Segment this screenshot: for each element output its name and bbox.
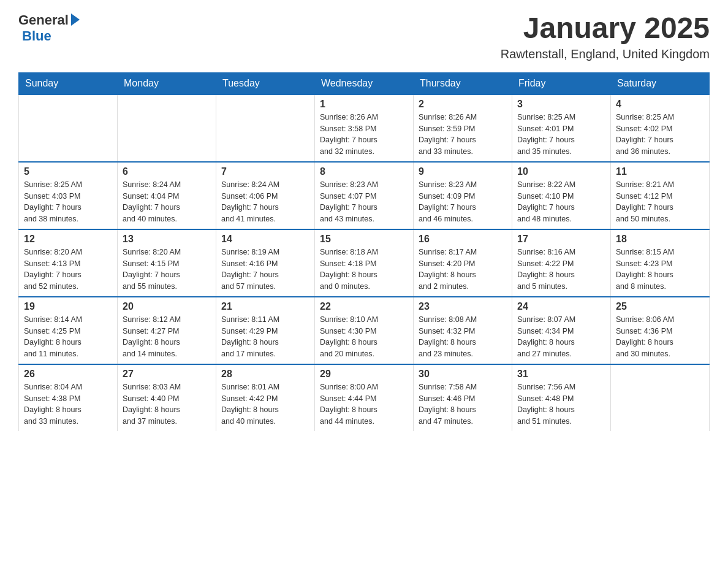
calendar-cell: 26Sunrise: 8:04 AMSunset: 4:38 PMDayligh… [19, 364, 118, 431]
day-number: 30 [419, 369, 507, 380]
calendar-week-3: 12Sunrise: 8:20 AMSunset: 4:13 PMDayligh… [19, 229, 710, 297]
day-info: Sunrise: 8:17 AMSunset: 4:20 PMDaylight:… [419, 247, 507, 293]
day-number: 24 [517, 301, 605, 312]
day-number: 4 [616, 99, 704, 110]
logo-blue-text: Blue [22, 28, 51, 44]
day-info: Sunrise: 8:06 AMSunset: 4:36 PMDaylight:… [616, 314, 704, 360]
calendar-cell: 13Sunrise: 8:20 AMSunset: 4:15 PMDayligh… [118, 229, 216, 297]
day-number: 21 [221, 301, 309, 312]
calendar-week-5: 26Sunrise: 8:04 AMSunset: 4:38 PMDayligh… [19, 364, 710, 431]
calendar-cell: 29Sunrise: 8:00 AMSunset: 4:44 PMDayligh… [315, 364, 414, 431]
calendar-cell [19, 94, 118, 162]
day-number: 27 [123, 369, 211, 380]
calendar-cell: 18Sunrise: 8:15 AMSunset: 4:23 PMDayligh… [611, 229, 710, 297]
day-info: Sunrise: 8:25 AMSunset: 4:03 PMDaylight:… [24, 179, 112, 225]
day-number: 23 [419, 301, 507, 312]
calendar-cell [216, 94, 315, 162]
calendar-cell: 16Sunrise: 8:17 AMSunset: 4:20 PMDayligh… [414, 229, 512, 297]
day-info: Sunrise: 8:24 AMSunset: 4:06 PMDaylight:… [221, 179, 309, 225]
calendar-cell [611, 364, 710, 431]
calendar-cell: 15Sunrise: 8:18 AMSunset: 4:18 PMDayligh… [315, 229, 414, 297]
calendar-header-sunday: Sunday [19, 72, 118, 94]
day-number: 9 [419, 166, 507, 177]
day-number: 28 [221, 369, 309, 380]
day-number: 7 [221, 166, 309, 177]
day-info: Sunrise: 8:15 AMSunset: 4:23 PMDaylight:… [616, 247, 704, 293]
day-info: Sunrise: 8:22 AMSunset: 4:10 PMDaylight:… [517, 179, 605, 225]
calendar-cell: 17Sunrise: 8:16 AMSunset: 4:22 PMDayligh… [512, 229, 611, 297]
day-info: Sunrise: 8:00 AMSunset: 4:44 PMDaylight:… [320, 381, 408, 427]
calendar-cell: 4Sunrise: 8:25 AMSunset: 4:02 PMDaylight… [611, 94, 710, 162]
day-number: 13 [123, 234, 211, 245]
day-info: Sunrise: 8:21 AMSunset: 4:12 PMDaylight:… [616, 179, 704, 225]
calendar-cell: 28Sunrise: 8:01 AMSunset: 4:42 PMDayligh… [216, 364, 315, 431]
calendar-cell: 25Sunrise: 8:06 AMSunset: 4:36 PMDayligh… [611, 297, 710, 364]
calendar-cell: 7Sunrise: 8:24 AMSunset: 4:06 PMDaylight… [216, 162, 315, 229]
calendar-cell: 24Sunrise: 8:07 AMSunset: 4:34 PMDayligh… [512, 297, 611, 364]
day-number: 17 [517, 234, 605, 245]
logo-arrow-icon [71, 13, 80, 26]
day-info: Sunrise: 8:25 AMSunset: 4:02 PMDaylight:… [616, 112, 704, 158]
calendar-header-wednesday: Wednesday [315, 72, 414, 94]
calendar-week-1: 1Sunrise: 8:26 AMSunset: 3:58 PMDaylight… [19, 94, 710, 162]
day-number: 20 [123, 301, 211, 312]
day-info: Sunrise: 8:24 AMSunset: 4:04 PMDaylight:… [123, 179, 211, 225]
calendar-cell: 27Sunrise: 8:03 AMSunset: 4:40 PMDayligh… [118, 364, 216, 431]
day-info: Sunrise: 8:19 AMSunset: 4:16 PMDaylight:… [221, 247, 309, 293]
calendar-header-monday: Monday [118, 72, 216, 94]
day-info: Sunrise: 8:01 AMSunset: 4:42 PMDaylight:… [221, 381, 309, 427]
calendar-cell: 31Sunrise: 7:56 AMSunset: 4:48 PMDayligh… [512, 364, 611, 431]
day-number: 22 [320, 301, 408, 312]
day-info: Sunrise: 8:20 AMSunset: 4:15 PMDaylight:… [123, 247, 211, 293]
calendar-cell: 12Sunrise: 8:20 AMSunset: 4:13 PMDayligh… [19, 229, 118, 297]
day-number: 26 [24, 369, 112, 380]
day-info: Sunrise: 7:58 AMSunset: 4:46 PMDaylight:… [419, 381, 507, 427]
day-number: 15 [320, 234, 408, 245]
calendar-header-thursday: Thursday [414, 72, 512, 94]
day-number: 25 [616, 301, 704, 312]
day-number: 19 [24, 301, 112, 312]
day-number: 31 [517, 369, 605, 380]
calendar-cell: 30Sunrise: 7:58 AMSunset: 4:46 PMDayligh… [414, 364, 512, 431]
day-info: Sunrise: 8:14 AMSunset: 4:25 PMDaylight:… [24, 314, 112, 360]
day-info: Sunrise: 8:25 AMSunset: 4:01 PMDaylight:… [517, 112, 605, 158]
calendar-subtitle: Rawtenstall, England, United Kingdom [501, 47, 710, 61]
calendar-header-saturday: Saturday [611, 72, 710, 94]
day-info: Sunrise: 8:11 AMSunset: 4:29 PMDaylight:… [221, 314, 309, 360]
day-number: 18 [616, 234, 704, 245]
calendar-header-tuesday: Tuesday [216, 72, 315, 94]
day-info: Sunrise: 8:20 AMSunset: 4:13 PMDaylight:… [24, 247, 112, 293]
day-number: 2 [419, 99, 507, 110]
calendar-cell: 3Sunrise: 8:25 AMSunset: 4:01 PMDaylight… [512, 94, 611, 162]
day-number: 10 [517, 166, 605, 177]
logo-general-text: General [18, 12, 69, 28]
day-number: 29 [320, 369, 408, 380]
calendar-week-2: 5Sunrise: 8:25 AMSunset: 4:03 PMDaylight… [19, 162, 710, 229]
calendar-cell: 20Sunrise: 8:12 AMSunset: 4:27 PMDayligh… [118, 297, 216, 364]
day-number: 5 [24, 166, 112, 177]
calendar-cell [118, 94, 216, 162]
day-info: Sunrise: 8:26 AMSunset: 3:59 PMDaylight:… [419, 112, 507, 158]
day-number: 11 [616, 166, 704, 177]
calendar-cell: 14Sunrise: 8:19 AMSunset: 4:16 PMDayligh… [216, 229, 315, 297]
calendar-cell: 1Sunrise: 8:26 AMSunset: 3:58 PMDaylight… [315, 94, 414, 162]
calendar-cell: 5Sunrise: 8:25 AMSunset: 4:03 PMDaylight… [19, 162, 118, 229]
day-info: Sunrise: 8:26 AMSunset: 3:58 PMDaylight:… [320, 112, 408, 158]
day-number: 16 [419, 234, 507, 245]
day-info: Sunrise: 8:12 AMSunset: 4:27 PMDaylight:… [123, 314, 211, 360]
calendar-cell: 21Sunrise: 8:11 AMSunset: 4:29 PMDayligh… [216, 297, 315, 364]
day-number: 6 [123, 166, 211, 177]
day-info: Sunrise: 8:03 AMSunset: 4:40 PMDaylight:… [123, 381, 211, 427]
calendar-cell: 23Sunrise: 8:08 AMSunset: 4:32 PMDayligh… [414, 297, 512, 364]
calendar-cell: 6Sunrise: 8:24 AMSunset: 4:04 PMDaylight… [118, 162, 216, 229]
day-number: 14 [221, 234, 309, 245]
calendar-header-row: SundayMondayTuesdayWednesdayThursdayFrid… [19, 72, 710, 94]
day-info: Sunrise: 8:16 AMSunset: 4:22 PMDaylight:… [517, 247, 605, 293]
calendar-cell: 19Sunrise: 8:14 AMSunset: 4:25 PMDayligh… [19, 297, 118, 364]
day-info: Sunrise: 8:07 AMSunset: 4:34 PMDaylight:… [517, 314, 605, 360]
calendar-title: January 2025 [501, 12, 710, 45]
calendar-cell: 10Sunrise: 8:22 AMSunset: 4:10 PMDayligh… [512, 162, 611, 229]
calendar-header-friday: Friday [512, 72, 611, 94]
day-info: Sunrise: 8:18 AMSunset: 4:18 PMDaylight:… [320, 247, 408, 293]
day-info: Sunrise: 8:23 AMSunset: 4:07 PMDaylight:… [320, 179, 408, 225]
